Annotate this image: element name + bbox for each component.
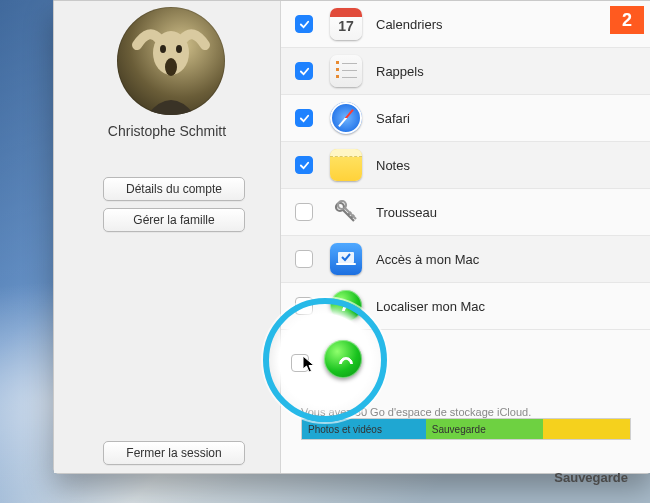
step-badge-number: 2 — [622, 10, 632, 31]
service-row-reminders: Rappels — [281, 48, 650, 95]
storage-seg-other — [543, 419, 630, 439]
service-label-notes: Notes — [376, 158, 410, 173]
service-checkbox-keychain[interactable] — [295, 203, 313, 221]
account-pane: Christophe Schmitt Détails du compte Gér… — [54, 1, 280, 473]
service-checkbox-btmm[interactable] — [295, 250, 313, 268]
service-label-reminders: Rappels — [376, 64, 424, 79]
svg-point-1 — [160, 45, 166, 53]
service-checkbox-calendars[interactable] — [295, 15, 313, 33]
storage-seg-backup-label: Sauvegarde — [432, 424, 486, 435]
icloud-prefs-window: Christophe Schmitt Détails du compte Gér… — [53, 0, 650, 474]
storage-bar: Photos et vidéos Sauvegarde — [301, 418, 631, 440]
keychain-icon — [330, 196, 362, 228]
svg-point-2 — [176, 45, 182, 53]
service-row-notes: Notes — [281, 142, 650, 189]
service-checkbox-fmm[interactable] — [295, 297, 313, 315]
storage-text: Vous avez 50 Go d'espace de stockage iCl… — [301, 406, 531, 418]
callout-label: Sauvegarde — [554, 470, 628, 485]
calendars-icon — [330, 8, 362, 40]
reminders-icon — [330, 55, 362, 87]
service-row-keychain: Trousseau — [281, 189, 650, 236]
service-label-fmm: Localiser mon Mac — [376, 299, 485, 314]
services-list: CalendriersRappelsSafariNotesTrousseauAc… — [281, 1, 650, 386]
safari-icon — [330, 102, 362, 134]
services-pane: CalendriersRappelsSafariNotesTrousseauAc… — [280, 1, 650, 473]
service-checkbox-safari[interactable] — [295, 109, 313, 127]
sign-out-label: Fermer la session — [126, 446, 221, 460]
svg-rect-7 — [336, 263, 356, 265]
notes-icon — [330, 149, 362, 181]
step-badge: 2 — [610, 6, 644, 34]
service-row-calendars: Calendriers — [281, 1, 650, 48]
avatar — [117, 7, 225, 115]
service-label-calendars: Calendriers — [376, 17, 442, 32]
service-label-btmm: Accès à mon Mac — [376, 252, 479, 267]
service-checkbox-notes[interactable] — [295, 156, 313, 174]
manage-family-label: Gérer la famille — [133, 213, 214, 227]
service-row-fmm: Localiser mon Mac — [281, 283, 650, 330]
sign-out-button[interactable]: Fermer la session — [103, 441, 245, 465]
service-row-btmm: Accès à mon Mac — [281, 236, 650, 283]
manage-family-button[interactable]: Gérer la famille — [103, 208, 245, 232]
cursor-icon — [302, 355, 320, 373]
service-checkbox-reminders[interactable] — [295, 62, 313, 80]
fmm-icon — [330, 290, 362, 322]
storage-seg-photos-label: Photos et vidéos — [308, 424, 382, 435]
btmm-icon — [330, 243, 362, 275]
account-details-label: Détails du compte — [126, 182, 222, 196]
service-label-keychain: Trousseau — [376, 205, 437, 220]
account-details-button[interactable]: Détails du compte — [103, 177, 245, 201]
user-name: Christophe Schmitt — [54, 123, 280, 139]
storage-seg-photos: Photos et vidéos — [302, 419, 426, 439]
service-label-safari: Safari — [376, 111, 410, 126]
service-row-safari: Safari — [281, 95, 650, 142]
storage-seg-backup: Sauvegarde — [426, 419, 544, 439]
svg-point-3 — [165, 58, 177, 76]
svg-point-5 — [338, 201, 346, 209]
